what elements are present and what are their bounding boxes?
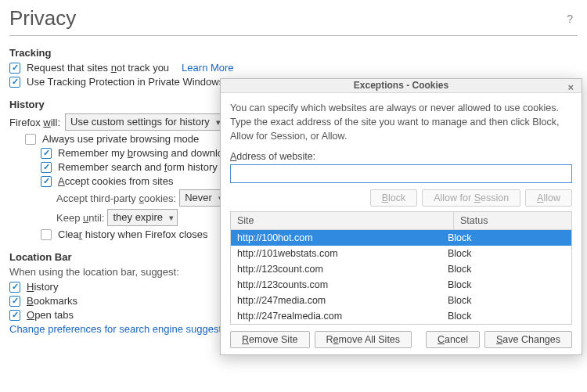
accept-cookies-label[interactable]: Accept cookies from sites [58,175,173,187]
action-button-row: Block Allow for Session Allow [230,189,572,207]
dnt-checkbox[interactable]: ✓ [9,63,20,74]
dialog-description: You can specify which websites are alway… [230,101,572,143]
suggest-bookmarks-checkbox[interactable]: ✓ [9,296,20,307]
remember-search-label[interactable]: Remember search and form history [58,161,218,173]
block-button[interactable]: Block [370,189,418,207]
cell-site: http://100hot.com [237,232,448,243]
cell-site: http://123counts.com [237,279,448,290]
suggest-history-label[interactable]: History [27,281,58,293]
remember-search-checkbox[interactable]: ✓ [41,162,52,173]
suggest-bookmarks-label[interactable]: Bookmarks [27,295,77,307]
remove-all-button[interactable]: Remove All Sites [315,331,412,348]
cancel-button[interactable]: Cancel [426,331,480,348]
tracking-learn-more-link[interactable]: Learn More [182,62,233,74]
table-row[interactable]: http://123counts.comBlock [231,277,571,293]
dialog-bottom-row: Remove Site Remove All Sites Cancel Save… [221,325,582,354]
dnt-label[interactable]: Request that sites not track you [27,62,169,74]
tracking-protection-checkbox[interactable]: ✓ [9,77,20,88]
cell-status: Block [448,248,565,259]
suggest-opentabs-label[interactable]: Open tabs [27,309,74,321]
suggest-opentabs-checkbox[interactable]: ✓ [9,310,20,321]
privacy-settings-page: Privacy ? Tracking ✓ Request that sites … [0,0,587,392]
cell-site: http://101webstats.com [237,248,448,259]
always-private-label[interactable]: Always use private browsing mode [42,133,199,145]
table-body: http://100hot.comBlockhttp://101webstats… [231,230,571,324]
clear-close-checkbox[interactable]: ✓ [41,229,52,240]
remember-history-checkbox[interactable]: ✓ [41,148,52,159]
col-status[interactable]: Status [454,212,571,229]
cell-site: http://247media.com [237,295,448,306]
close-icon[interactable]: × [564,81,577,93]
third-party-label: Accept third-party cookies: [56,192,176,204]
dialog-titlebar[interactable]: Exceptions - Cookies × [221,79,582,93]
address-input[interactable] [230,164,572,183]
page-title: Privacy [9,6,562,31]
tracking-protection-label[interactable]: Use Tracking Protection in Private Windo… [27,76,224,88]
save-changes-button[interactable]: Save Changes [484,331,572,348]
dialog-body: You can specify which websites are alway… [221,93,582,325]
allow-session-button[interactable]: Allow for Session [422,189,520,207]
col-site[interactable]: Site [231,212,454,229]
cell-status: Block [448,311,565,322]
table-row[interactable]: http://123count.comBlock [231,261,571,277]
allow-button[interactable]: Allow [525,189,572,207]
address-label: Address of website: [230,151,572,162]
table-header[interactable]: Site Status [231,212,571,230]
firefox-will-label: Firefox will: [9,117,60,128]
suggest-history-checkbox[interactable]: ✓ [9,282,20,293]
cell-status: Block [448,279,565,290]
table-row[interactable]: http://247realmedia.comBlock [231,308,571,324]
table-row[interactable]: http://101webstats.comBlock [231,246,571,261]
clear-close-label[interactable]: Clear history when Firefox closes [58,228,208,240]
tracking-heading: Tracking [9,47,578,59]
always-private-checkbox[interactable]: ✓ [25,134,36,145]
help-icon[interactable]: ? [562,11,578,27]
exceptions-table: Site Status http://100hot.comBlockhttp:/… [230,211,572,325]
table-row[interactable]: http://100hot.comBlock [231,230,571,246]
table-row[interactable]: http://247media.comBlock [231,293,571,308]
accept-cookies-checkbox[interactable]: ✓ [41,176,52,187]
remove-site-button[interactable]: Remove Site [230,331,310,348]
keep-until-label: Keep until: [56,212,104,224]
cell-status: Block [448,232,565,243]
cell-site: http://247realmedia.com [237,311,448,322]
dialog-title: Exceptions - Cookies [354,80,448,91]
firefox-will-select[interactable]: Use custom settings for history [65,113,225,131]
title-row: Privacy ? [9,6,578,36]
cookies-exceptions-dialog: Exceptions - Cookies × You can specify w… [220,78,582,355]
cell-status: Block [448,295,565,306]
change-search-link[interactable]: Change preferences for search engine sug… [9,323,240,335]
keep-until-select[interactable]: they expire [107,209,178,226]
cell-status: Block [448,264,565,275]
cell-site: http://123count.com [237,264,448,275]
